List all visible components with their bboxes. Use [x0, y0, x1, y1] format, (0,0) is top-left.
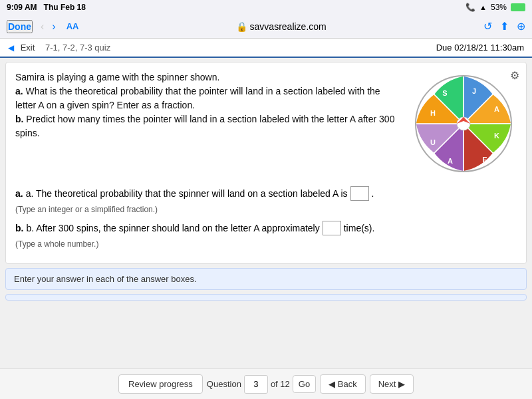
feedback-bar: Enter your answer in each of the answer … [5, 268, 527, 290]
refresh-icon[interactable]: ↺ [483, 20, 492, 33]
browser-bar: Done ‹ › AA 🔒 savvasrealize.com ↺ ⬆ ⊕ [0, 15, 532, 39]
spinner-wheel: J A K E A U H S [410, 70, 517, 177]
hint-b: (Type a whole number.) [15, 239, 517, 249]
browser-actions: ↺ ⬆ ⊕ [483, 20, 525, 33]
exit-label[interactable]: Exit [21, 43, 35, 53]
due-date: Due 02/18/21 11:30am [436, 43, 524, 53]
phone-icon: 📞 [466, 3, 475, 12]
svg-text:A: A [494, 105, 499, 113]
question-b-label: b. [15, 223, 23, 233]
svg-text:K: K [494, 132, 499, 140]
back-button[interactable]: ◀ Back [320, 374, 366, 394]
part-b-text: Predict how many times the pointer will … [15, 114, 394, 138]
question-a-label: a. [15, 188, 23, 199]
question-b-text: b. After 300 spins, the spinner should l… [26, 223, 319, 233]
main-content: ⚙ Samira is playing a game with the spin… [5, 62, 527, 264]
go-button[interactable]: Go [293, 375, 316, 393]
exit-button[interactable]: ◀ [8, 43, 14, 53]
aa-button[interactable]: AA [66, 21, 79, 31]
review-progress-button[interactable]: Review progress [118, 374, 203, 394]
problem-text-area: Samira is playing a game with the spinne… [15, 70, 404, 177]
done-button[interactable]: Done [7, 20, 33, 33]
question-number-input[interactable] [244, 375, 268, 394]
back-arrow[interactable]: ‹ [38, 21, 47, 33]
spinner-svg: J A K E A U H S [410, 70, 517, 177]
answer-box-a[interactable] [350, 186, 369, 201]
forward-arrow[interactable]: › [49, 21, 58, 33]
lock-icon: 🔒 [236, 21, 247, 32]
exit-section: ◀ Exit 7-1, 7-2, 7-3 quiz [8, 43, 110, 53]
part-b-label: b. [15, 114, 23, 124]
svg-text:H: H [430, 109, 436, 117]
nav-arrows: ‹ › [38, 21, 59, 33]
bottom-nav: Review progress Question of 12 Go ◀ Back… [0, 368, 532, 399]
question-b-line: b. b. After 300 spins, the spinner shoul… [15, 221, 517, 235]
share-icon[interactable]: ⬆ [500, 20, 509, 33]
svg-text:U: U [430, 138, 436, 146]
status-right: 📞 ▲ 53% [466, 3, 525, 12]
settings-icon[interactable]: ⚙ [510, 69, 519, 82]
status-bar: 9:09 AM Thu Feb 18 📞 ▲ 53% [0, 0, 532, 15]
battery-icon [511, 3, 525, 11]
svg-text:A: A [448, 157, 453, 165]
period-a: . [372, 188, 374, 199]
answer-section: a. a. The theoretical probability that t… [15, 186, 517, 249]
problem-intro: Samira is playing a game with the spinne… [15, 70, 401, 140]
question-a-text: a. The theoretical probability that the … [26, 188, 348, 199]
question-nav: Question of 12 Go [207, 375, 316, 394]
of-label: of 12 [271, 379, 290, 389]
question-a-line: a. a. The theoretical probability that t… [15, 186, 517, 201]
status-time-date: 9:09 AM Thu Feb 18 [7, 3, 86, 12]
url-bar: 🔒 savvasrealize.com [84, 21, 478, 32]
question-b-suffix: time(s). [344, 223, 375, 233]
part-a-label: a. [15, 86, 23, 96]
answer-box-b[interactable] [323, 221, 341, 235]
url-text: savvasrealize.com [250, 21, 327, 32]
svg-text:S: S [442, 89, 447, 97]
question-label: Question [207, 379, 241, 389]
wifi-icon: ▲ [479, 3, 487, 11]
hint-a: (Type an integer or a simplified fractio… [15, 205, 517, 214]
battery-level: 53% [491, 3, 507, 12]
content-area: Samira is playing a game with the spinne… [15, 70, 517, 177]
date: Thu Feb 18 [44, 3, 86, 12]
next-button[interactable]: Next ▶ [370, 374, 414, 394]
time: 9:09 AM [7, 3, 37, 12]
quiz-title: 7-1, 7-2, 7-3 quiz [45, 43, 110, 53]
svg-text:E: E [482, 156, 487, 164]
feedback-bar-bottom [5, 294, 527, 301]
intro-text: Samira is playing a game with the spinne… [15, 72, 219, 82]
bookmark-icon[interactable]: ⊕ [517, 20, 525, 33]
feedback-message: Enter your answer in each of the answer … [14, 274, 197, 284]
svg-text:J: J [472, 87, 476, 95]
quiz-nav-bar: ◀ Exit 7-1, 7-2, 7-3 quiz Due 02/18/21 1… [0, 39, 532, 58]
part-a-text: What is the theoretical probability that… [15, 86, 380, 110]
